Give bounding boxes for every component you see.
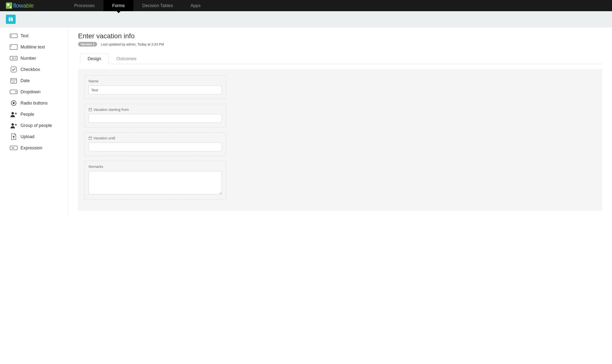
palette-dropdown[interactable]: Dropdown (0, 86, 68, 97)
field-label-row: Name (89, 79, 222, 83)
palette-number[interactable]: 14 Number (0, 53, 68, 64)
editor-tabs: Design Outcomes (80, 53, 602, 64)
nav-forms[interactable]: Forms (103, 0, 134, 11)
field-label: Remarks (89, 164, 103, 169)
dropdown-field-icon (10, 89, 18, 95)
brand-text-part2: able (23, 2, 34, 9)
calendar-icon (89, 108, 92, 111)
palette-label: People (20, 112, 34, 117)
form-field-remarks[interactable]: Remarks (84, 161, 226, 200)
flowable-logo-icon (6, 2, 12, 9)
version-badge: Version 1 (78, 42, 97, 47)
palette-people[interactable]: People (0, 109, 68, 120)
group-field-icon (10, 122, 18, 129)
checkbox-field-icon (10, 66, 18, 73)
nav-apps[interactable]: Apps (182, 0, 209, 11)
number-field-icon: 14 (10, 55, 18, 61)
palette-text[interactable]: Text (0, 30, 68, 41)
save-button[interactable] (6, 15, 16, 24)
svg-point-17 (12, 123, 14, 126)
palette-group[interactable]: Group of people (0, 120, 68, 131)
palette-label: Multiline text (20, 45, 45, 50)
tab-outcomes[interactable]: Outcomes (109, 54, 144, 64)
expression-field-icon (10, 145, 18, 151)
palette-label: Checkbox (20, 67, 40, 72)
palette-label: Expression (20, 145, 42, 151)
toolbar (0, 11, 612, 27)
field-label-row: Remarks (89, 164, 222, 169)
brand-logo[interactable]: flowable (0, 0, 39, 11)
palette-upload[interactable]: Upload (0, 131, 68, 142)
svg-rect-7 (11, 67, 16, 72)
tab-design[interactable]: Design (80, 54, 109, 64)
main-layout: Text Multiline text 14 Number Checkbox 1… (0, 27, 612, 216)
last-updated-text: Last updated by admin, Today at 3:33 PM (101, 42, 164, 46)
palette-label: Group of people (20, 123, 52, 128)
palette-label: Number (20, 56, 36, 61)
field-input-remarks[interactable] (89, 171, 222, 195)
upload-field-icon (10, 133, 18, 140)
field-label: Vacation starting from (94, 107, 129, 112)
field-input-name[interactable] (89, 86, 222, 94)
brand-text-part1: flow (13, 2, 23, 9)
date-field-icon: 14 (10, 78, 18, 84)
palette-label: Radio buttons (20, 101, 48, 106)
field-input-vacation-until[interactable] (89, 143, 222, 151)
main-content: Enter vacation info Version 1 Last updat… (68, 27, 612, 216)
palette-multiline[interactable]: Multiline text (0, 41, 68, 53)
save-icon (8, 17, 14, 22)
palette-label: Date (20, 78, 30, 83)
palette-label: Upload (20, 134, 34, 139)
form-field-name[interactable]: Name (84, 75, 226, 99)
nav-processes[interactable]: Processes (65, 0, 103, 11)
svg-point-14 (12, 112, 14, 115)
text-field-icon (10, 33, 18, 39)
palette-checkbox[interactable]: Checkbox (0, 64, 68, 75)
svg-rect-26 (89, 108, 92, 111)
form-field-vacation-start[interactable]: Vacation starting from (84, 104, 226, 127)
top-nav: flowable Processes Forms Decision Tables… (0, 0, 612, 11)
field-label: Vacation until (94, 136, 115, 140)
form-canvas[interactable]: Name Vacation starting from (78, 69, 602, 211)
people-field-icon (10, 111, 18, 117)
field-label-row: Vacation until (89, 136, 222, 140)
svg-rect-30 (89, 137, 92, 140)
palette-expression[interactable]: Expression (0, 142, 68, 154)
multiline-field-icon (10, 44, 18, 50)
field-label-row: Vacation starting from (89, 107, 222, 112)
radio-field-icon (10, 100, 18, 106)
field-label: Name (89, 79, 98, 83)
palette-label: Text (20, 33, 28, 39)
calendar-icon (89, 136, 92, 140)
brand-text: flowable (13, 2, 34, 9)
field-palette: Text Multiline text 14 Number Checkbox 1… (0, 27, 68, 216)
nav-decision-tables[interactable]: Decision Tables (134, 0, 182, 11)
form-field-vacation-until[interactable]: Vacation until (84, 132, 226, 156)
palette-radio[interactable]: Radio buttons (0, 97, 68, 109)
page-title: Enter vacation info (78, 32, 602, 40)
svg-text:14: 14 (12, 57, 15, 60)
svg-rect-23 (10, 146, 17, 150)
svg-rect-2 (10, 45, 17, 50)
svg-text:14: 14 (12, 81, 15, 83)
palette-label: Dropdown (20, 90, 41, 94)
nav-items: Processes Forms Decision Tables Apps (65, 0, 209, 11)
palette-date[interactable]: 14 Date (0, 75, 68, 86)
meta-row: Version 1 Last updated by admin, Today a… (78, 42, 602, 47)
field-input-vacation-start[interactable] (89, 114, 222, 123)
svg-point-13 (13, 102, 15, 104)
